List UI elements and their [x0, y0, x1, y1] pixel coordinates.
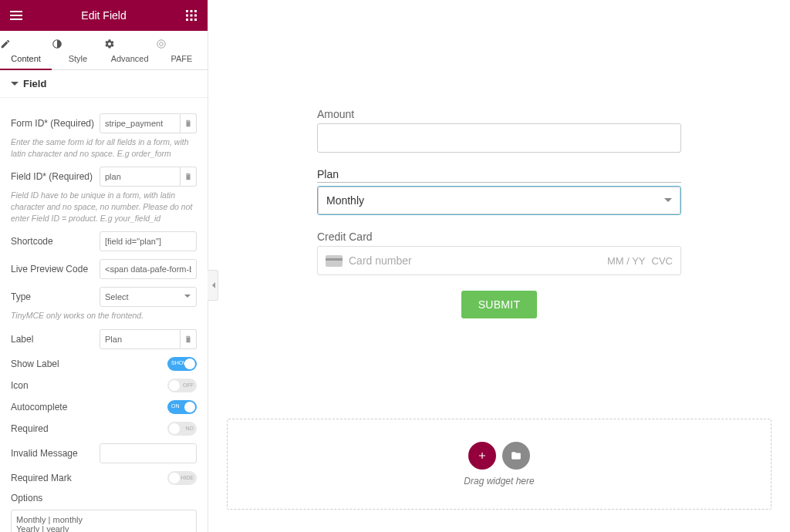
icon-toggle[interactable]: OFF: [167, 379, 197, 392]
template-folder-button[interactable]: [502, 442, 530, 470]
chevron-down-icon: [664, 198, 672, 206]
section-field-toggle[interactable]: Field: [0, 70, 208, 98]
type-label: Type: [11, 291, 100, 302]
svg-rect-0: [186, 10, 188, 12]
field-id-input[interactable]: [100, 167, 181, 187]
cc-number-placeholder: Card number: [349, 254, 601, 267]
type-help: TinyMCE only works on the frontend.: [11, 310, 197, 322]
autocomplete-toggle[interactable]: ON: [167, 400, 197, 414]
card-icon: [326, 255, 343, 267]
contrast-icon: [52, 39, 103, 51]
cc-input-row[interactable]: Card number MM / YY CVC: [317, 246, 681, 275]
live-preview-input[interactable]: [100, 259, 197, 279]
drop-zone-text: Drag widget here: [464, 476, 534, 487]
autocomplete-label: Autocomplete: [11, 402, 167, 412]
invalid-message-label: Invalid Message: [11, 448, 100, 459]
svg-rect-6: [186, 19, 188, 21]
svg-rect-2: [194, 10, 197, 12]
pafe-icon: [156, 39, 208, 51]
tab-content[interactable]: Content: [0, 31, 52, 69]
svg-rect-8: [194, 19, 197, 21]
apps-icon[interactable]: [184, 8, 198, 22]
required-toggle[interactable]: NO: [167, 422, 197, 436]
form-id-dynamic-icon[interactable]: [181, 113, 197, 133]
caret-down-icon: [11, 82, 19, 89]
panel-title: Edit Field: [81, 9, 126, 22]
tabs: Content Style Advanced PAFE: [0, 31, 208, 70]
svg-rect-1: [190, 10, 192, 12]
cc-label: Credit Card: [317, 231, 681, 243]
show-label-toggle[interactable]: SHOW: [167, 357, 197, 371]
shortcode-input[interactable]: [100, 231, 197, 251]
label-label: Label: [11, 334, 100, 345]
collapse-sidebar-icon[interactable]: [208, 270, 218, 301]
invalid-message-input[interactable]: [100, 443, 197, 463]
type-select[interactable]: Select: [100, 287, 197, 307]
tab-advanced[interactable]: Advanced: [104, 31, 156, 69]
amount-field[interactable]: Amount: [317, 108, 681, 153]
tab-pafe[interactable]: PAFE: [156, 31, 208, 69]
svg-point-11: [159, 42, 163, 46]
amount-input[interactable]: [317, 123, 681, 153]
tab-style[interactable]: Style: [52, 31, 103, 69]
form-id-input[interactable]: [100, 113, 181, 133]
svg-point-10: [157, 40, 166, 49]
field-panel: Form ID* (Required) Enter the same form …: [0, 98, 208, 532]
cc-expiry-placeholder: MM / YY: [607, 255, 646, 267]
field-id-dynamic-icon[interactable]: [181, 167, 197, 187]
svg-rect-5: [194, 15, 197, 17]
svg-rect-4: [190, 15, 192, 17]
options-label: Options: [11, 493, 197, 503]
show-label-label: Show Label: [11, 359, 167, 369]
field-id-help: Field ID have to be unique in a form, wi…: [11, 190, 197, 224]
shortcode-label: Shortcode: [11, 236, 100, 247]
svg-rect-7: [190, 19, 192, 21]
required-mark-toggle[interactable]: HIDE: [167, 471, 197, 485]
amount-label: Amount: [317, 108, 681, 120]
label-input[interactable]: [100, 329, 181, 349]
options-textarea[interactable]: Monthly | monthly Yearly | yearly: [11, 510, 197, 532]
form-preview: Amount Plan Monthly Credit Card Card num…: [317, 108, 681, 318]
pencil-icon: [0, 39, 52, 51]
required-mark-label: Required Mark: [11, 473, 167, 483]
gear-icon: [104, 39, 156, 51]
required-label: Required: [11, 423, 167, 434]
cc-cvc-placeholder: CVC: [652, 255, 673, 267]
form-id-label: Form ID* (Required): [11, 118, 100, 129]
preview-canvas: Amount Plan Monthly Credit Card Card num…: [208, 0, 790, 532]
sidebar: Edit Field Content Style Advanced PAFE F…: [0, 0, 208, 532]
svg-rect-3: [186, 15, 188, 17]
label-dynamic-icon[interactable]: [181, 329, 197, 349]
field-id-label: Field ID* (Required): [11, 171, 100, 182]
add-widget-button[interactable]: [468, 442, 496, 470]
cc-field[interactable]: Credit Card Card number MM / YY CVC: [317, 231, 681, 275]
plan-select[interactable]: Monthly: [318, 187, 680, 214]
plan-label: Plan: [317, 168, 681, 183]
drop-zone[interactable]: Drag widget here: [227, 419, 771, 510]
submit-button[interactable]: SUBMIT: [461, 291, 538, 318]
live-preview-label: Live Preview Code: [11, 264, 100, 274]
sidebar-header: Edit Field: [0, 0, 208, 31]
icon-label: Icon: [11, 380, 167, 391]
form-id-help: Enter the same form id for all fields in…: [11, 136, 197, 159]
plan-field[interactable]: Plan Monthly: [317, 168, 681, 215]
hamburger-icon[interactable]: [9, 8, 23, 22]
